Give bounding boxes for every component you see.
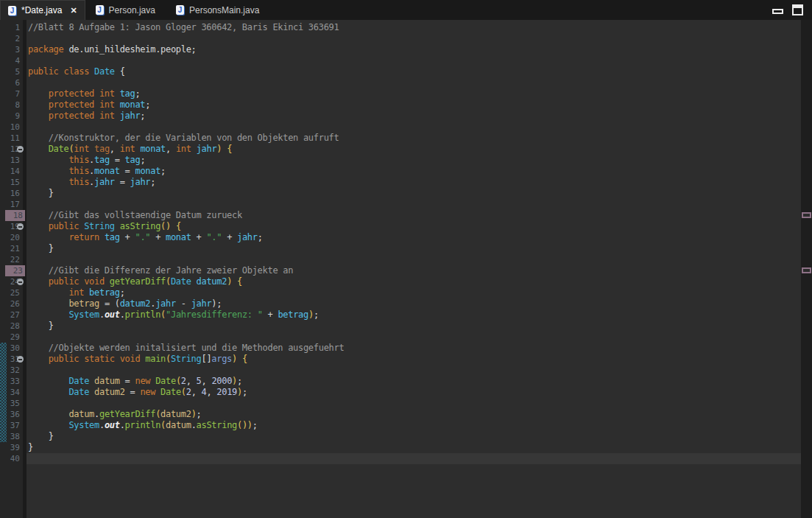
line-number[interactable]: 37 bbox=[0, 420, 20, 431]
code-text: package de.uni_hildesheim.people; bbox=[27, 44, 812, 55]
code-text: this.jahr = jahr; bbox=[27, 177, 812, 188]
code-line-16[interactable]: 16 } bbox=[0, 188, 812, 199]
line-number[interactable]: 27 bbox=[0, 309, 20, 321]
line-number[interactable]: 38 bbox=[0, 431, 20, 442]
fold-collapse-icon[interactable] bbox=[17, 279, 24, 285]
line-number[interactable]: 40 bbox=[0, 453, 20, 464]
line-number[interactable]: 3 bbox=[0, 44, 20, 55]
code-text bbox=[27, 33, 812, 44]
line-number[interactable]: 39 bbox=[0, 442, 20, 453]
code-line-20[interactable]: 20 return tag + "." + monat + "." + jahr… bbox=[0, 232, 812, 243]
code-line-5[interactable]: 5public class Date { bbox=[0, 66, 812, 77]
code-line-4[interactable]: 4 bbox=[0, 55, 812, 66]
code-line-39[interactable]: 39} bbox=[0, 442, 812, 453]
line-number[interactable]: 4 bbox=[0, 55, 20, 66]
code-line-6[interactable]: 6 bbox=[0, 77, 812, 88]
line-number[interactable]: 1 bbox=[0, 22, 20, 33]
line-number[interactable]: 29 bbox=[0, 332, 20, 343]
line-number[interactable]: 28 bbox=[0, 321, 20, 332]
code-line-7[interactable]: 7 protected int tag; bbox=[0, 88, 812, 99]
line-number[interactable]: 13 bbox=[0, 155, 20, 166]
code-text bbox=[27, 332, 812, 343]
line-number[interactable]: 21 bbox=[0, 243, 20, 254]
line-number[interactable]: 32 bbox=[0, 365, 20, 376]
code-line-17[interactable]: 17 bbox=[0, 199, 812, 210]
code-line-18[interactable]: 18 //Gibt das vollstaendige Datum zuruec… bbox=[0, 210, 812, 221]
line-number[interactable]: 10 bbox=[0, 122, 20, 133]
code-line-37[interactable]: 37 System.out.println(datum.asString()); bbox=[0, 420, 812, 431]
code-line-29[interactable]: 29 bbox=[0, 332, 812, 343]
line-number[interactable]: 6 bbox=[0, 77, 20, 88]
code-line-21[interactable]: 21 } bbox=[0, 243, 812, 254]
code-line-12[interactable]: 12 Date(int tag, int monat, int jahr) { bbox=[0, 144, 812, 155]
fold-collapse-icon[interactable] bbox=[17, 356, 24, 363]
line-number[interactable]: 5 bbox=[0, 66, 20, 77]
tab-person-java[interactable]: J Person.java bbox=[85, 0, 166, 20]
line-number[interactable]: 35 bbox=[0, 398, 20, 409]
line-number[interactable]: 2 bbox=[0, 33, 20, 44]
code-line-22[interactable]: 22 bbox=[0, 254, 812, 265]
line-number[interactable]: 8 bbox=[0, 99, 20, 111]
line-number[interactable]: 20 bbox=[0, 232, 20, 243]
tab-personsmain-java[interactable]: J PersonsMain.java bbox=[166, 0, 269, 20]
code-text: } bbox=[27, 321, 812, 332]
line-number[interactable]: 14 bbox=[0, 166, 20, 177]
code-line-1[interactable]: 1//Blatt 8 Aufgabe 1: Jason Gloger 36064… bbox=[0, 22, 812, 33]
code-line-35[interactable]: 35 bbox=[0, 398, 812, 409]
fold-collapse-icon[interactable] bbox=[17, 223, 24, 230]
code-line-19[interactable]: 19 public String asString() { bbox=[0, 221, 812, 232]
close-icon[interactable]: ✕ bbox=[70, 6, 77, 15]
code-line-40[interactable]: 40 bbox=[0, 453, 812, 464]
line-number[interactable]: 34 bbox=[0, 387, 20, 398]
scrollbar-annotation-strip[interactable] bbox=[801, 20, 812, 518]
line-number[interactable]: 7 bbox=[0, 88, 20, 99]
code-line-9[interactable]: 9 protected int jahr; bbox=[0, 111, 812, 122]
line-number[interactable]: 16 bbox=[0, 188, 20, 199]
code-line-13[interactable]: 13 this.tag = tag; bbox=[0, 155, 812, 166]
code-text: } bbox=[27, 442, 812, 453]
code-line-33[interactable]: 33 Date datum = new Date(2, 5, 2000); bbox=[0, 376, 812, 387]
code-line-24[interactable]: 24 public void getYearDiff(Date datum2) … bbox=[0, 276, 812, 287]
code-line-38[interactable]: 38 } bbox=[0, 431, 812, 442]
code-line-3[interactable]: 3package de.uni_hildesheim.people; bbox=[0, 44, 812, 55]
line-number[interactable]: 11 bbox=[0, 133, 20, 144]
code-line-25[interactable]: 25 int betrag; bbox=[0, 287, 812, 298]
line-number[interactable]: 36 bbox=[0, 409, 20, 420]
maximize-icon[interactable] bbox=[792, 4, 803, 15]
line-number[interactable]: 23 bbox=[5, 265, 25, 276]
line-number[interactable]: 9 bbox=[0, 111, 20, 122]
code-line-11[interactable]: 11 //Konstruktor, der die Variablen von … bbox=[0, 133, 812, 144]
code-line-23[interactable]: 23 //Gibt die Differenz der Jahre zweier… bbox=[0, 265, 812, 276]
code-text: datum.getYearDiff(datum2); bbox=[27, 409, 812, 420]
code-text: int betrag; bbox=[27, 287, 812, 298]
line-number[interactable]: 25 bbox=[0, 287, 20, 298]
line-number[interactable]: 33 bbox=[0, 376, 20, 387]
code-line-30[interactable]: 30 //Objekte werden initalisiert und die… bbox=[0, 343, 812, 354]
code-line-32[interactable]: 32 bbox=[0, 365, 812, 376]
fold-collapse-icon[interactable] bbox=[17, 146, 24, 153]
line-number[interactable]: 18 bbox=[5, 210, 25, 221]
line-number[interactable]: 26 bbox=[0, 298, 20, 309]
code-line-28[interactable]: 28 } bbox=[0, 321, 812, 332]
changed-line-annotation-marker[interactable] bbox=[802, 212, 811, 218]
line-number[interactable]: 30 bbox=[0, 343, 20, 354]
minimize-icon[interactable] bbox=[772, 9, 783, 14]
line-number[interactable]: 22 bbox=[0, 254, 20, 265]
tab-date-java[interactable]: J *Date.java ✕ bbox=[0, 0, 85, 20]
line-number[interactable]: 15 bbox=[0, 177, 20, 188]
code-line-31[interactable]: 31 public static void main(String[]args)… bbox=[0, 354, 812, 365]
line-number[interactable]: 17 bbox=[0, 199, 20, 210]
code-line-27[interactable]: 27 System.out.println("Jahresdifferenz: … bbox=[0, 309, 812, 321]
code-line-36[interactable]: 36 datum.getYearDiff(datum2); bbox=[0, 409, 812, 420]
java-file-icon: J bbox=[8, 6, 16, 15]
code-line-10[interactable]: 10 bbox=[0, 122, 812, 133]
code-line-15[interactable]: 15 this.jahr = jahr; bbox=[0, 177, 812, 188]
code-editor[interactable]: 1//Blatt 8 Aufgabe 1: Jason Gloger 36064… bbox=[0, 20, 812, 518]
code-text: //Gibt die Differenz der Jahre zweier Ob… bbox=[27, 265, 812, 276]
code-line-14[interactable]: 14 this.monat = monat; bbox=[0, 166, 812, 177]
changed-line-annotation-marker[interactable] bbox=[802, 267, 811, 273]
code-line-8[interactable]: 8 protected int monat; bbox=[0, 99, 812, 111]
code-line-2[interactable]: 2 bbox=[0, 33, 812, 44]
code-line-26[interactable]: 26 betrag = (datum2.jahr - jahr); bbox=[0, 298, 812, 309]
code-line-34[interactable]: 34 Date datum2 = new Date(2, 4, 2019); bbox=[0, 387, 812, 398]
